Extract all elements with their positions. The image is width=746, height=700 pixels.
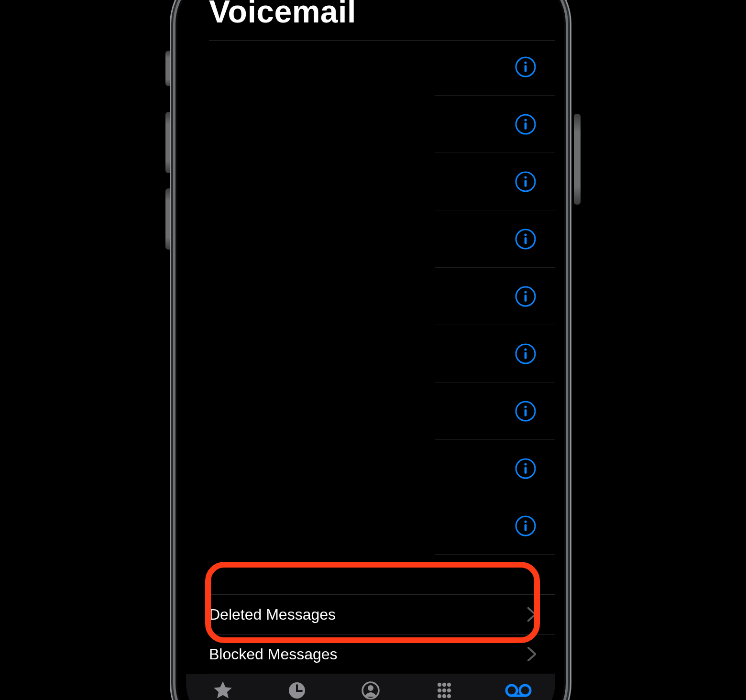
voicemail-row[interactable] bbox=[186, 440, 555, 497]
tab-recents[interactable]: Recents bbox=[260, 680, 333, 700]
svg-rect-20 bbox=[525, 409, 527, 416]
volume-up-button[interactable] bbox=[165, 112, 172, 173]
svg-point-40 bbox=[520, 685, 530, 696]
info-icon[interactable] bbox=[515, 401, 536, 422]
svg-point-35 bbox=[447, 689, 451, 692]
tab-favorites[interactable]: Favorites bbox=[186, 680, 260, 700]
blocked-messages-label: Blocked Messages bbox=[209, 645, 338, 663]
keypad-icon bbox=[435, 680, 454, 700]
info-icon[interactable] bbox=[515, 229, 536, 250]
svg-point-30 bbox=[438, 683, 441, 687]
svg-point-33 bbox=[438, 689, 441, 692]
info-icon[interactable] bbox=[515, 171, 536, 192]
voicemail-row[interactable] bbox=[186, 153, 555, 210]
voicemail-row[interactable] bbox=[186, 96, 555, 153]
tab-contacts[interactable]: Contacts bbox=[334, 680, 407, 700]
info-icon[interactable] bbox=[515, 458, 536, 479]
svg-rect-2 bbox=[525, 65, 527, 72]
svg-point-37 bbox=[442, 694, 446, 698]
deleted-messages-label: Deleted Messages bbox=[209, 606, 336, 623]
voicemail-list bbox=[186, 38, 555, 632]
voicemail-row[interactable] bbox=[186, 383, 555, 440]
chevron-right-icon bbox=[527, 607, 536, 622]
voicemail-row[interactable] bbox=[186, 497, 555, 555]
voicemail-row[interactable] bbox=[186, 268, 555, 325]
svg-rect-14 bbox=[525, 295, 527, 302]
svg-point-25 bbox=[524, 520, 527, 523]
info-icon[interactable] bbox=[515, 56, 536, 77]
info-icon[interactable] bbox=[515, 286, 536, 307]
svg-point-22 bbox=[524, 463, 527, 465]
info-icon[interactable] bbox=[515, 343, 536, 364]
svg-point-10 bbox=[524, 233, 527, 236]
tab-keypad[interactable]: Keypad bbox=[407, 680, 481, 700]
svg-point-32 bbox=[447, 683, 451, 687]
divider bbox=[435, 554, 555, 555]
svg-rect-17 bbox=[525, 352, 527, 359]
info-icon[interactable] bbox=[515, 515, 536, 536]
svg-point-31 bbox=[442, 683, 446, 687]
svg-point-36 bbox=[438, 694, 441, 698]
svg-rect-5 bbox=[525, 122, 527, 130]
star-icon bbox=[212, 680, 233, 700]
svg-point-13 bbox=[524, 291, 527, 293]
volume-down-button[interactable] bbox=[165, 188, 172, 250]
tab-voicemail[interactable]: Voicemail bbox=[482, 680, 555, 700]
svg-point-19 bbox=[524, 405, 527, 408]
mute-switch[interactable] bbox=[165, 51, 172, 86]
svg-point-16 bbox=[524, 348, 527, 350]
voicemail-row[interactable] bbox=[186, 325, 555, 383]
voicemail-icon bbox=[505, 680, 532, 700]
person-circle-icon bbox=[361, 680, 380, 700]
svg-point-38 bbox=[447, 694, 451, 698]
voicemail-row[interactable] bbox=[186, 210, 555, 268]
phone-frame: Voicemail Deleted Messages bbox=[177, 0, 564, 700]
info-icon[interactable] bbox=[515, 114, 536, 135]
tab-bar: Favorites Recents Contacts bbox=[186, 674, 555, 700]
power-button[interactable] bbox=[574, 114, 581, 205]
svg-rect-8 bbox=[525, 180, 527, 187]
svg-rect-23 bbox=[525, 467, 527, 474]
svg-rect-11 bbox=[525, 237, 527, 244]
svg-point-4 bbox=[524, 119, 527, 121]
svg-point-1 bbox=[524, 61, 527, 64]
blocked-messages-row[interactable]: Blocked Messages bbox=[186, 634, 555, 674]
chevron-right-icon bbox=[527, 647, 536, 661]
screen: Voicemail Deleted Messages bbox=[186, 0, 555, 700]
svg-rect-26 bbox=[525, 524, 527, 531]
svg-point-7 bbox=[524, 176, 527, 178]
clock-icon bbox=[287, 680, 307, 700]
deleted-messages-row[interactable]: Deleted Messages bbox=[186, 595, 555, 634]
page-title: Voicemail bbox=[209, 0, 532, 30]
voicemail-row[interactable] bbox=[186, 38, 555, 96]
svg-point-34 bbox=[442, 689, 446, 692]
svg-point-29 bbox=[368, 685, 373, 691]
bottom-links: Deleted Messages Blocked Messages bbox=[186, 594, 555, 674]
svg-point-39 bbox=[506, 685, 517, 696]
